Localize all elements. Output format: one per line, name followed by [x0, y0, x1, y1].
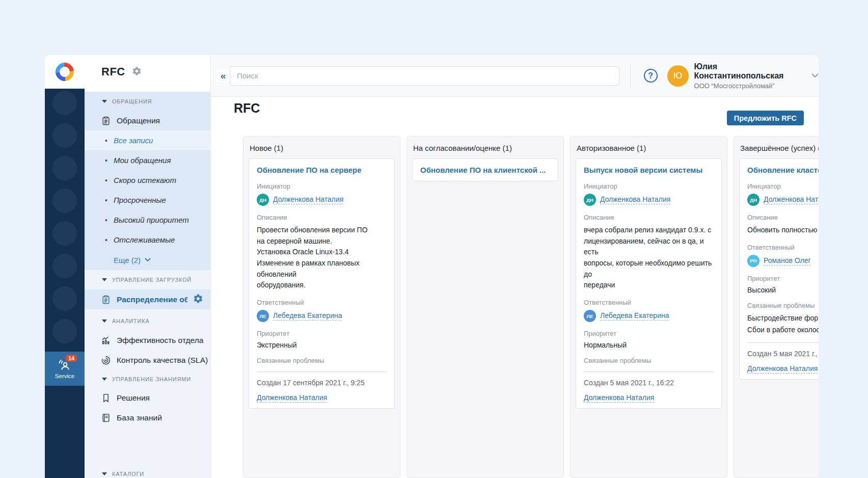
section-header-analytics[interactable]: АНАЛИТИКА: [85, 312, 210, 330]
priority-value: Нормальный: [584, 341, 714, 349]
field-label: Связанные проблемы: [584, 357, 714, 364]
section-label: ОБРАЩЕНИЯ: [112, 98, 152, 104]
sidebar-item-appeal-distribution[interactable]: Распределение обраще...: [85, 289, 210, 309]
search-input[interactable]: [230, 66, 619, 86]
sidebar-section-appeals: ОБРАЩЕНИЯ Обращения Все записи Мои обращ…: [85, 92, 210, 270]
sidebar-item-department-efficiency[interactable]: Эффективность отдела: [85, 330, 210, 350]
item-settings-gear-icon[interactable]: [193, 294, 203, 306]
person-link[interactable]: Долженкова Натали: [764, 195, 819, 204]
person-link[interactable]: Лебедева Екатерина: [273, 311, 342, 321]
card-title-link[interactable]: Обновление ПО на сервере: [257, 166, 362, 174]
topbar-divider: [630, 64, 631, 88]
field-label: Описание: [584, 214, 714, 221]
field-label: Приоритет: [584, 330, 714, 337]
rail-app-icon[interactable]: [52, 189, 77, 213]
field-label: Описание: [747, 214, 819, 221]
kanban-column-approval: На согласовании/оценке (1) Обновление ПО…: [406, 136, 564, 478]
kanban-column-new: Новое (1) Обновление ПО на сервере Иници…: [243, 136, 400, 478]
related-problem: Быстродействие форм: [747, 313, 819, 324]
chevron-down-icon[interactable]: [811, 73, 819, 78]
chevron-down-icon: [145, 258, 151, 262]
filter-label: Высокий приоритет: [114, 216, 189, 224]
topbar: « ? Ю Юлия Константинопольская ООО “Мосг…: [211, 55, 819, 97]
rail-app-icon[interactable]: [52, 254, 77, 278]
card-title-link[interactable]: Обновление ПО на клиентской ...: [420, 166, 546, 174]
app-rail: Service 14: [45, 55, 85, 478]
sidebar-item-quality-control-sla[interactable]: Контроль качества (SLA): [85, 350, 210, 370]
app-logo[interactable]: [45, 55, 85, 89]
person-link[interactable]: Долженкова Наталия: [584, 393, 654, 403]
sidebar-filter-my-appeals[interactable]: Мои обращения: [85, 150, 210, 170]
section-label: УПРАВЛЕНИЕ ЗАГРУЗКОЙ: [112, 277, 192, 283]
kanban-column-done-success: Завершённое (успех) (1) Обновление класт…: [734, 136, 819, 478]
bookmark-icon: [101, 393, 111, 403]
card-divider: [747, 342, 819, 343]
section-label: АНАЛИТИКА: [112, 318, 150, 324]
section-header-catalogs[interactable]: КАТАЛОГИ: [85, 465, 210, 478]
rfc-card[interactable]: Обновление ПО на клиентской ...: [412, 158, 558, 181]
related-problem: Сбои в работе околообла: [747, 325, 819, 335]
sidebar-filter-high-priority[interactable]: Высокий приоритет: [85, 210, 210, 230]
card-title-link[interactable]: Обновление кластер: [747, 166, 819, 174]
sidebar-item-label: Решения: [117, 393, 150, 403]
user-avatar[interactable]: Ю: [667, 65, 689, 87]
field-label: Ответственный: [584, 299, 714, 306]
rail-app-icon[interactable]: [52, 221, 77, 246]
rail-app-icon[interactable]: [52, 91, 77, 115]
sidebar-collapse-button[interactable]: «: [216, 69, 230, 83]
sidebar-filter-all-records[interactable]: Все записи: [85, 130, 210, 150]
section-label: УПРАВЛЕНИЕ ЗНАНИЯМИ: [112, 376, 191, 382]
rail-item-service[interactable]: Service 14: [45, 352, 85, 386]
sidebar-filter-overdue[interactable]: Просроченные: [85, 190, 210, 210]
priority-value: Экстренный: [257, 341, 387, 349]
column-header: Завершённое (успех) (1): [740, 144, 819, 152]
rfc-card[interactable]: Обновление кластер Инициатор ДН Долженко…: [739, 158, 819, 380]
person-link[interactable]: Долженкова Наталия: [600, 195, 670, 204]
sidebar-filter-expiring-soon[interactable]: Скоро истекают: [85, 170, 210, 190]
user-menu[interactable]: Юлия Константинопольская ООО “Мосгосстро…: [694, 62, 808, 90]
person-link[interactable]: Романов Олег: [764, 256, 811, 265]
collapse-triangle-icon: [102, 378, 107, 381]
section-label: КАТАЛОГИ: [112, 471, 144, 477]
sidebar-item-label: База знаний: [117, 413, 162, 422]
sidebar-filter-watched[interactable]: Отслеживаемые: [85, 230, 210, 250]
field-label: Описание: [257, 214, 387, 221]
created-timestamp: Создан 17 сентября 2021 г., 9:25: [257, 379, 387, 387]
filter-label: Отслеживаемые: [114, 235, 175, 244]
propose-rfc-button[interactable]: Предложить RFC: [727, 111, 804, 125]
sidebar-more-link[interactable]: Еще (2): [85, 250, 210, 270]
sidebar-item-knowledge-base[interactable]: База знаний: [85, 408, 210, 428]
rail-app-icon[interactable]: [52, 156, 77, 180]
rfc-card[interactable]: Обновление ПО на сервере Инициатор ДН До…: [249, 158, 395, 409]
sidebar-item-solutions[interactable]: Решения: [85, 388, 210, 408]
section-header-load[interactable]: УПРАВЛЕНИЕ ЗАГРУЗКОЙ: [85, 270, 210, 289]
page-title: RFC: [234, 101, 260, 116]
field-label: Приоритет: [257, 330, 387, 337]
kanban-column-authorized: Авторизованное (1) Выпуск новой версии с…: [570, 136, 727, 478]
person-link[interactable]: Долженкова Наталия: [747, 364, 818, 374]
help-button[interactable]: ?: [644, 69, 658, 83]
person-link[interactable]: Лебедева Екатерина: [600, 311, 669, 321]
rail-app-icon[interactable]: [52, 123, 77, 148]
logo-icon: [52, 59, 78, 85]
bar-chart-icon: [101, 335, 111, 346]
card-title-link[interactable]: Выпуск новой версии системы: [584, 166, 702, 174]
column-header: Авторизованное (1): [577, 144, 721, 152]
field-label: Приоритет: [747, 275, 819, 282]
rfc-card[interactable]: Выпуск новой версии системы Инициатор ДН…: [576, 158, 722, 409]
user-name: Юлия Константинопольская: [694, 62, 808, 81]
section-header-knowledge[interactable]: УПРАВЛЕНИЕ ЗНАНИЯМИ: [85, 370, 210, 388]
filter-label: Все записи: [114, 136, 153, 145]
service-badge: 14: [66, 355, 77, 362]
rail-app-icon[interactable]: [52, 286, 77, 311]
field-label: Связанные проблемы: [747, 302, 819, 309]
kanban-board: Новое (1) Обновление ПО на сервере Иници…: [243, 136, 819, 478]
person-link[interactable]: Долженкова Наталия: [273, 195, 343, 204]
sidebar-item-label: Контроль качества (SLA): [117, 356, 208, 365]
person-link[interactable]: Долженкова Наталия: [257, 393, 327, 403]
created-timestamp: Создан 5 мая 2021 г., 16:22: [584, 379, 714, 387]
sidebar-item-appeals[interactable]: Обращения: [85, 111, 210, 130]
rail-app-icon[interactable]: [52, 319, 77, 343]
section-header-appeals[interactable]: ОБРАЩЕНИЯ: [85, 92, 210, 111]
app-settings-gear-icon[interactable]: [132, 66, 142, 78]
